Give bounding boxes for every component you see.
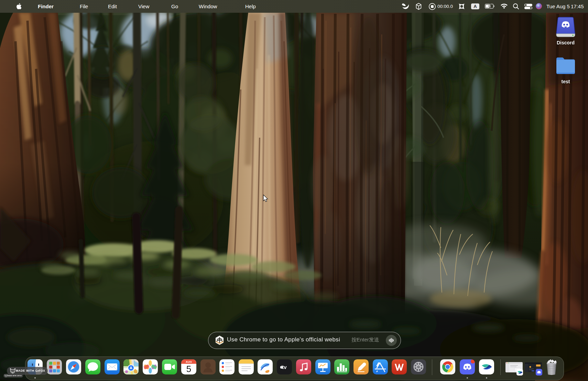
svg-text:AUG: AUG [186, 360, 192, 363]
svg-text:5: 5 [186, 364, 191, 374]
svg-text:tv: tv [282, 364, 287, 370]
